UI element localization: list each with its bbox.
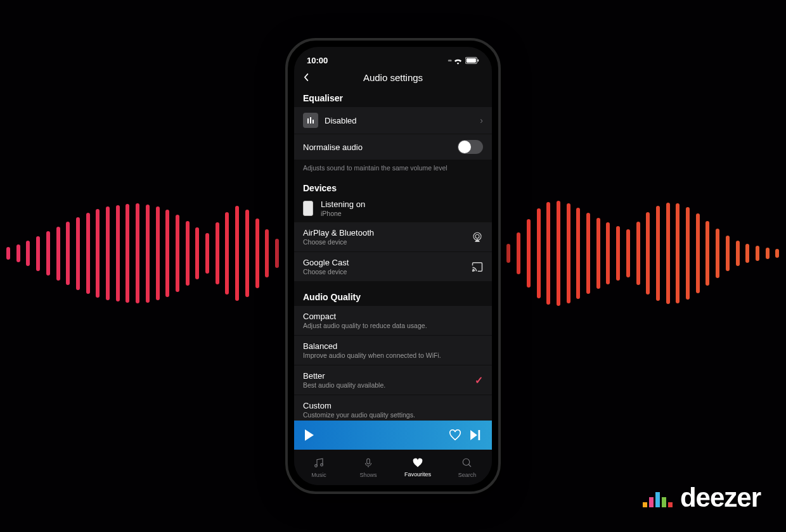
quality-option-compact[interactable]: CompactAdjust audio quality to reduce da… xyxy=(294,306,492,336)
phone-screen: 10:00 •••• Audio settings Equaliser Disa… xyxy=(294,47,492,485)
quality-sub: Adjust audio quality to reduce data usag… xyxy=(303,322,483,329)
googlecast-row[interactable]: Google Cast Choose device xyxy=(294,252,492,282)
quality-option-balanced[interactable]: BalancedImprove audio quality when conne… xyxy=(294,336,492,365)
phone-frame: 10:00 •••• Audio settings Equaliser Disa… xyxy=(285,38,501,494)
shows-icon xyxy=(363,457,374,470)
status-bar: 10:00 •••• xyxy=(294,47,492,69)
tab-favourites[interactable]: Favourites xyxy=(393,450,442,485)
googlecast-sub: Choose device xyxy=(303,268,472,276)
googlecast-label: Google Cast xyxy=(303,258,472,267)
wifi-icon xyxy=(453,57,463,65)
cast-icon xyxy=(472,262,483,272)
svg-rect-9 xyxy=(479,430,480,440)
nav-bar: Audio settings xyxy=(294,69,492,88)
svg-rect-3 xyxy=(307,118,309,124)
quality-sub: Improve audio quality when connected to … xyxy=(303,352,483,359)
battery-icon xyxy=(465,57,479,64)
airplay-icon xyxy=(472,231,483,243)
deezer-brand: deezer xyxy=(643,483,761,513)
next-icon[interactable] xyxy=(470,430,482,440)
quality-sub: Customize your audio quality settings. xyxy=(303,411,483,419)
cellular-icon: •••• xyxy=(448,58,451,64)
normalise-row[interactable]: Normalise audio xyxy=(294,134,492,160)
svg-point-7 xyxy=(475,234,479,238)
svg-point-10 xyxy=(315,464,318,467)
svg-rect-1 xyxy=(467,58,476,63)
page-title: Audio settings xyxy=(294,72,492,83)
normalise-help: Adjusts sound to maintain the same volum… xyxy=(294,160,492,178)
now-playing-bar[interactable] xyxy=(294,421,492,450)
quality-label: Compact xyxy=(303,312,483,321)
quality-option-better[interactable]: BetterBest audio quality available.✓ xyxy=(294,365,492,395)
svg-point-11 xyxy=(321,464,323,466)
normalise-toggle[interactable] xyxy=(458,140,483,154)
deezer-wordmark: deezer xyxy=(680,483,761,513)
listening-on-row: Listening on iPhone xyxy=(294,197,492,222)
section-equaliser-heading: Equaliser xyxy=(294,88,492,107)
quality-label: Better xyxy=(303,371,475,381)
iphone-icon xyxy=(303,201,313,216)
status-time: 10:00 xyxy=(307,56,328,65)
airplay-sub: Choose device xyxy=(303,238,472,246)
heart-icon[interactable] xyxy=(449,429,461,441)
settings-content: Equaliser Disabled › Normalise audio Adj… xyxy=(294,88,492,425)
search-icon xyxy=(461,457,473,470)
airplay-label: AirPlay & Bluetooth xyxy=(303,228,472,238)
quality-sub: Best audio quality available. xyxy=(303,381,475,389)
quality-label: Balanced xyxy=(303,341,483,351)
tab-bar: MusicShowsFavouritesSearch xyxy=(294,450,492,485)
svg-rect-2 xyxy=(477,60,479,61)
svg-rect-4 xyxy=(310,117,311,124)
tab-music[interactable]: Music xyxy=(294,450,344,485)
tab-label: Search xyxy=(458,472,477,478)
deezer-logo-icon xyxy=(643,488,673,507)
listening-on-device: iPhone xyxy=(321,210,483,217)
section-devices-heading: Devices xyxy=(294,178,492,197)
tab-label: Shows xyxy=(359,472,377,478)
back-button[interactable] xyxy=(302,73,311,82)
check-icon: ✓ xyxy=(475,374,483,386)
tab-search[interactable]: Search xyxy=(442,450,492,485)
svg-rect-12 xyxy=(367,459,370,464)
svg-point-8 xyxy=(473,270,474,271)
airplay-row[interactable]: AirPlay & Bluetooth Choose device xyxy=(294,222,492,252)
quality-label: Custom xyxy=(303,401,483,410)
equaliser-row[interactable]: Disabled › xyxy=(294,107,492,134)
play-icon[interactable] xyxy=(304,429,314,441)
tab-label: Music xyxy=(311,472,326,478)
equaliser-icon xyxy=(303,113,318,128)
svg-rect-5 xyxy=(312,120,314,124)
music-icon xyxy=(313,457,325,470)
chevron-right-icon: › xyxy=(480,115,483,125)
equaliser-status: Disabled xyxy=(325,116,480,125)
listening-on-label: Listening on xyxy=(321,200,483,209)
tab-shows[interactable]: Shows xyxy=(344,450,393,485)
normalise-label: Normalise audio xyxy=(303,142,458,152)
section-quality-heading: Audio Quality xyxy=(294,282,492,306)
favourites-icon xyxy=(412,458,423,469)
tab-label: Favourites xyxy=(404,471,431,478)
svg-point-13 xyxy=(463,459,470,466)
